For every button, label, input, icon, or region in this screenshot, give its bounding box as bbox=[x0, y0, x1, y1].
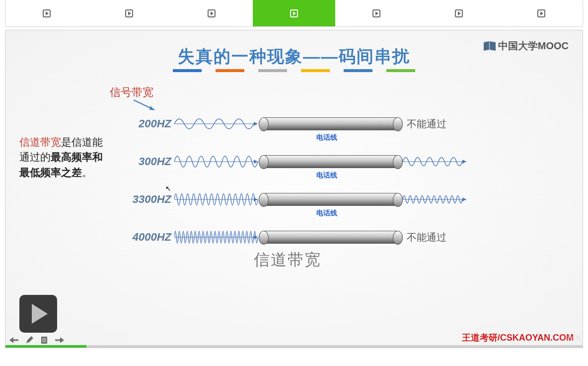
progress-bar[interactable] bbox=[5, 345, 583, 348]
prev-arrow-icon[interactable] bbox=[9, 335, 19, 345]
progress-fill bbox=[5, 345, 86, 348]
input-wave bbox=[174, 149, 259, 174]
phone-line bbox=[259, 231, 403, 244]
frequency-rows: 200HZ 电话线 不能通过 300HZ 电话线 3300HZ 电话线 4000… bbox=[125, 105, 533, 256]
slide-title: 失真的一种现象——码间串扰 bbox=[5, 45, 583, 68]
svg-marker-9 bbox=[254, 197, 258, 201]
play-icon bbox=[372, 9, 380, 17]
input-wave bbox=[174, 187, 259, 212]
hz-label: 200HZ bbox=[125, 117, 174, 130]
diagram-caption: 信道带宽 bbox=[254, 249, 321, 271]
svg-marker-7 bbox=[462, 160, 466, 164]
hz-label: 4000HZ bbox=[125, 231, 174, 244]
play-icon bbox=[125, 9, 133, 17]
freq-row: 300HZ 电话线 bbox=[125, 143, 533, 181]
pipe-label: 电话线 bbox=[316, 171, 337, 180]
play-button[interactable] bbox=[19, 295, 57, 333]
freq-row: 3300HZ 电话线 bbox=[125, 181, 533, 218]
channel-bandwidth-definition: 信道带宽是信道能通过的最高频率和最低频率之差。 bbox=[19, 135, 109, 180]
play-icon bbox=[32, 304, 48, 324]
play-icon bbox=[290, 9, 298, 17]
pipe-label: 电话线 bbox=[316, 209, 337, 218]
hz-label: 300HZ bbox=[125, 155, 174, 168]
tab-0[interactable] bbox=[5, 0, 88, 26]
edit-icon[interactable] bbox=[24, 335, 34, 345]
notes-icon[interactable] bbox=[39, 335, 49, 345]
slide: 中国大学MOOC 失真的一种现象——码间串扰 信号带宽 信道带宽是信道能通过的最… bbox=[5, 30, 583, 348]
phone-line bbox=[259, 193, 403, 206]
tab-strip bbox=[5, 0, 583, 27]
tab-3[interactable] bbox=[253, 0, 335, 26]
def-term: 信道带宽 bbox=[19, 136, 61, 148]
def-text2: 。 bbox=[82, 167, 92, 178]
freq-row: 200HZ 电话线 不能通过 bbox=[125, 105, 533, 143]
color-bars bbox=[5, 69, 583, 72]
play-icon bbox=[208, 9, 216, 17]
svg-marker-15 bbox=[9, 337, 13, 343]
phone-line bbox=[259, 155, 403, 168]
play-icon bbox=[537, 9, 545, 17]
signal-bandwidth-label: 信号带宽 bbox=[110, 85, 153, 100]
output-wave bbox=[403, 187, 467, 212]
play-icon bbox=[43, 9, 51, 17]
freq-row: 4000HZ 不能通过 bbox=[125, 218, 533, 256]
pipe-label: 电话线 bbox=[316, 133, 337, 142]
svg-marker-11 bbox=[462, 197, 466, 201]
hz-label: 3300HZ bbox=[125, 193, 174, 206]
tab-2[interactable] bbox=[170, 0, 253, 26]
tab-5[interactable] bbox=[418, 0, 500, 26]
next-arrow-icon[interactable] bbox=[54, 335, 64, 345]
tab-4[interactable] bbox=[335, 0, 418, 26]
tab-6[interactable] bbox=[500, 0, 583, 26]
tab-1[interactable] bbox=[88, 0, 170, 26]
svg-marker-21 bbox=[60, 337, 64, 343]
svg-marker-3 bbox=[254, 122, 258, 126]
play-icon bbox=[455, 9, 463, 17]
input-wave bbox=[174, 225, 259, 250]
output-wave bbox=[403, 149, 467, 174]
input-wave bbox=[174, 111, 259, 136]
phone-line bbox=[259, 117, 403, 130]
out-text: 不能通过 bbox=[407, 231, 446, 244]
out-text: 不能通过 bbox=[407, 117, 446, 131]
